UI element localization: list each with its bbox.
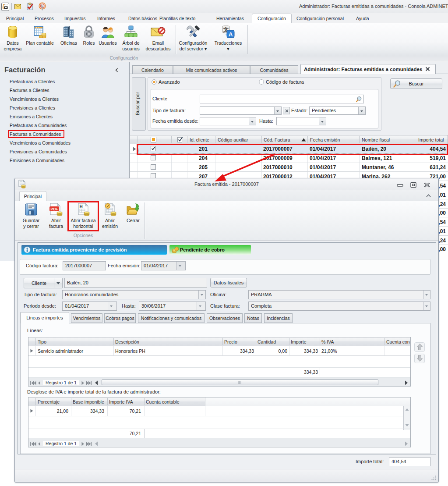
svg-text:PDF: PDF (51, 207, 58, 211)
svg-text:A: A (229, 31, 233, 38)
